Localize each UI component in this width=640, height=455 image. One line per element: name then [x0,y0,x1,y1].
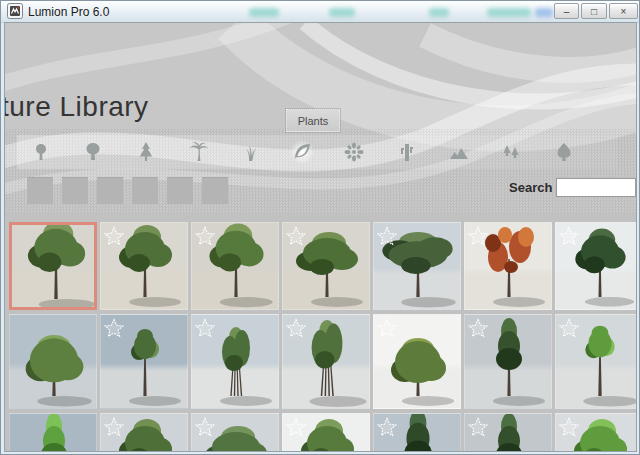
subcategory-swatch[interactable] [132,177,158,204]
search-label: Search [509,180,552,195]
plant-thumbnail[interactable] [282,222,370,310]
plant-thumbnail[interactable] [100,314,188,409]
blurred-watermark [329,8,355,17]
plant-thumbnail[interactable] [373,413,461,452]
plant-thumbnail[interactable] [191,222,279,310]
plant-thumbnail[interactable] [100,413,188,452]
title-bar[interactable]: Lumion Pro 6.0 – □ × [1,1,639,23]
subcategory-swatch[interactable] [62,177,88,204]
favorite-star-icon[interactable] [195,417,215,441]
favorite-star-icon[interactable] [377,226,397,250]
plant-thumbnail[interactable] [555,314,637,409]
maximize-button[interactable]: □ [581,3,607,19]
favorite-star-icon[interactable] [286,417,306,441]
category-flower-icon[interactable] [342,140,366,164]
plant-thumbnail[interactable] [464,222,552,310]
search-input[interactable] [556,178,636,197]
favorite-star-icon[interactable] [286,318,306,342]
plant-thumbnail[interactable] [100,222,188,310]
window-controls: – □ × [554,3,638,19]
favorite-star-icon[interactable] [195,226,215,250]
favorite-star-icon[interactable] [377,417,397,441]
window-title: Lumion Pro 6.0 [28,5,109,19]
favorite-star-icon[interactable] [468,318,488,342]
category-grass-icon[interactable] [238,140,262,164]
favorite-star-icon[interactable] [377,318,397,342]
subcategory-swatch[interactable] [97,177,123,204]
category-conifer-tree-icon[interactable] [134,140,158,164]
plant-thumbnail[interactable] [9,413,97,452]
category-small-tree-icon[interactable] [29,140,53,164]
plant-thumbnail[interactable] [373,314,461,409]
subcategory-swatch[interactable] [202,177,228,204]
lumion-window: Lumion Pro 6.0 – □ × ture Library Plants… [0,0,640,455]
category-cactus-icon[interactable] [395,140,419,164]
favorite-star-icon[interactable] [195,318,215,342]
plant-thumbnail[interactable] [191,413,279,452]
plant-thumbnail[interactable] [282,413,370,452]
plant-thumbnail[interactable] [464,413,552,452]
blurred-watermark [535,8,553,17]
plant-thumbnail[interactable] [191,314,279,409]
minimize-button[interactable]: – [554,3,579,19]
category-icon-row [5,23,636,173]
favorite-star-icon[interactable] [468,417,488,441]
favorite-star-icon[interactable] [559,318,579,342]
plant-thumbnail[interactable] [282,314,370,409]
thumbnail-grid [5,213,636,451]
favorite-star-icon[interactable] [286,226,306,250]
subcategory-swatch[interactable] [167,177,193,204]
favorite-star-icon[interactable] [104,417,124,441]
favorite-star-icon[interactable] [104,318,124,342]
category-round-tree-icon[interactable] [81,140,105,164]
subcategory-swatch[interactable] [27,177,53,204]
close-button[interactable]: × [609,3,638,19]
favorite-star-icon[interactable] [559,417,579,441]
category-leaf-icon[interactable] [290,140,314,164]
category-palm-tree-icon[interactable] [186,140,210,164]
blurred-watermark [249,8,279,17]
plant-thumbnail[interactable] [373,222,461,310]
blurred-watermark [487,8,531,17]
favorite-star-icon[interactable] [104,226,124,250]
category-forest-icon[interactable] [499,140,523,164]
category-broadleaf-tree-icon[interactable] [552,140,576,164]
plant-thumbnail[interactable] [9,222,97,310]
plant-thumbnail[interactable] [555,413,637,452]
favorite-star-icon[interactable] [559,226,579,250]
plant-thumbnail[interactable] [555,222,637,310]
plant-thumbnail[interactable] [9,314,97,409]
blurred-watermark [429,8,449,17]
favorite-star-icon[interactable] [468,226,488,250]
plant-thumbnail[interactable] [464,314,552,409]
app-icon [7,3,23,19]
content-area: ture Library Plants Search [4,22,637,452]
category-rocks-icon[interactable] [447,140,471,164]
